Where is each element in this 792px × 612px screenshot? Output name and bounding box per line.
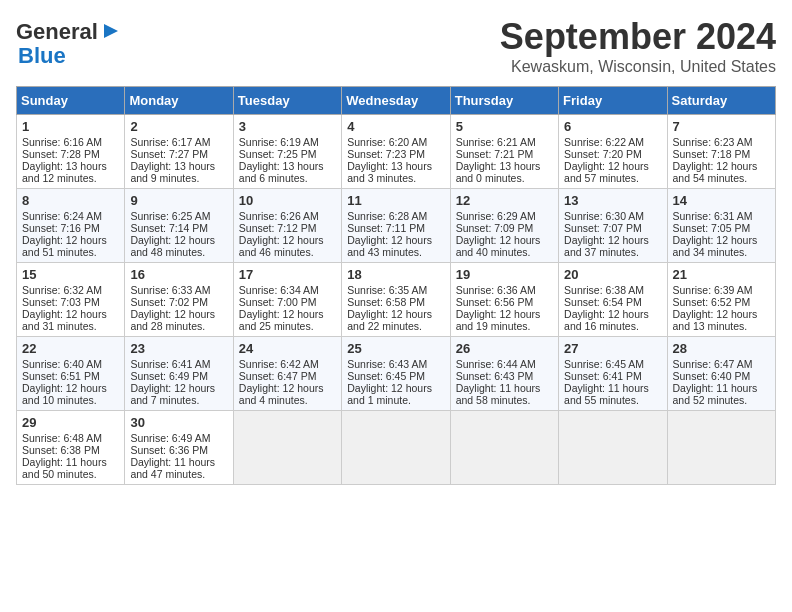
calendar-cell: 11 Sunrise: 6:28 AM Sunset: 7:11 PM Dayl… <box>342 189 450 263</box>
sunset-label: Sunset: 7:18 PM <box>673 148 751 160</box>
calendar-cell: 30 Sunrise: 6:49 AM Sunset: 6:36 PM Dayl… <box>125 411 233 485</box>
calendar-cell: 6 Sunrise: 6:22 AM Sunset: 7:20 PM Dayli… <box>559 115 667 189</box>
sunset-label: Sunset: 7:11 PM <box>347 222 425 234</box>
sunset-label: Sunset: 7:27 PM <box>130 148 208 160</box>
daylight-label: Daylight: 12 hours and 34 minutes. <box>673 234 758 258</box>
calendar-week-row: 22 Sunrise: 6:40 AM Sunset: 6:51 PM Dayl… <box>17 337 776 411</box>
sunrise-label: Sunrise: 6:48 AM <box>22 432 102 444</box>
calendar-week-row: 15 Sunrise: 6:32 AM Sunset: 7:03 PM Dayl… <box>17 263 776 337</box>
day-number: 7 <box>673 119 770 134</box>
daylight-label: Daylight: 12 hours and 54 minutes. <box>673 160 758 184</box>
daylight-label: Daylight: 12 hours and 40 minutes. <box>456 234 541 258</box>
sunset-label: Sunset: 6:47 PM <box>239 370 317 382</box>
title-area: September 2024 Kewaskum, Wisconsin, Unit… <box>500 16 776 76</box>
calendar-cell: 9 Sunrise: 6:25 AM Sunset: 7:14 PM Dayli… <box>125 189 233 263</box>
calendar-week-row: 1 Sunrise: 6:16 AM Sunset: 7:28 PM Dayli… <box>17 115 776 189</box>
sunrise-label: Sunrise: 6:32 AM <box>22 284 102 296</box>
daylight-label: Daylight: 12 hours and 4 minutes. <box>239 382 324 406</box>
day-number: 14 <box>673 193 770 208</box>
calendar-cell <box>233 411 341 485</box>
sunrise-label: Sunrise: 6:35 AM <box>347 284 427 296</box>
calendar-cell: 23 Sunrise: 6:41 AM Sunset: 6:49 PM Dayl… <box>125 337 233 411</box>
sunrise-label: Sunrise: 6:24 AM <box>22 210 102 222</box>
logo-arrow-icon <box>100 20 122 42</box>
calendar-cell <box>450 411 558 485</box>
sunset-label: Sunset: 6:40 PM <box>673 370 751 382</box>
daylight-label: Daylight: 12 hours and 19 minutes. <box>456 308 541 332</box>
sunrise-label: Sunrise: 6:25 AM <box>130 210 210 222</box>
sunset-label: Sunset: 7:21 PM <box>456 148 534 160</box>
logo-text: General <box>16 20 98 44</box>
logo-blue-text: Blue <box>18 43 66 68</box>
sunrise-label: Sunrise: 6:29 AM <box>456 210 536 222</box>
logo: General Blue <box>16 20 122 68</box>
sunset-label: Sunset: 6:38 PM <box>22 444 100 456</box>
daylight-label: Daylight: 12 hours and 37 minutes. <box>564 234 649 258</box>
calendar-cell: 10 Sunrise: 6:26 AM Sunset: 7:12 PM Dayl… <box>233 189 341 263</box>
daylight-label: Daylight: 12 hours and 13 minutes. <box>673 308 758 332</box>
calendar-cell: 16 Sunrise: 6:33 AM Sunset: 7:02 PM Dayl… <box>125 263 233 337</box>
day-number: 13 <box>564 193 661 208</box>
sunrise-label: Sunrise: 6:42 AM <box>239 358 319 370</box>
sunrise-label: Sunrise: 6:17 AM <box>130 136 210 148</box>
daylight-label: Daylight: 12 hours and 10 minutes. <box>22 382 107 406</box>
daylight-label: Daylight: 11 hours and 50 minutes. <box>22 456 107 480</box>
weekday-header-saturday: Saturday <box>667 87 775 115</box>
sunset-label: Sunset: 6:45 PM <box>347 370 425 382</box>
sunset-label: Sunset: 7:02 PM <box>130 296 208 308</box>
calendar-cell: 22 Sunrise: 6:40 AM Sunset: 6:51 PM Dayl… <box>17 337 125 411</box>
sunrise-label: Sunrise: 6:33 AM <box>130 284 210 296</box>
weekday-header-thursday: Thursday <box>450 87 558 115</box>
weekday-header-monday: Monday <box>125 87 233 115</box>
day-number: 10 <box>239 193 336 208</box>
calendar-cell <box>667 411 775 485</box>
day-number: 15 <box>22 267 119 282</box>
weekday-header-wednesday: Wednesday <box>342 87 450 115</box>
calendar-cell: 4 Sunrise: 6:20 AM Sunset: 7:23 PM Dayli… <box>342 115 450 189</box>
sunset-label: Sunset: 7:23 PM <box>347 148 425 160</box>
day-number: 1 <box>22 119 119 134</box>
daylight-label: Daylight: 12 hours and 25 minutes. <box>239 308 324 332</box>
weekday-header-friday: Friday <box>559 87 667 115</box>
day-number: 17 <box>239 267 336 282</box>
calendar-cell: 29 Sunrise: 6:48 AM Sunset: 6:38 PM Dayl… <box>17 411 125 485</box>
day-number: 28 <box>673 341 770 356</box>
sunset-label: Sunset: 6:58 PM <box>347 296 425 308</box>
weekday-header-sunday: Sunday <box>17 87 125 115</box>
location-title: Kewaskum, Wisconsin, United States <box>500 58 776 76</box>
day-number: 24 <box>239 341 336 356</box>
calendar-cell: 24 Sunrise: 6:42 AM Sunset: 6:47 PM Dayl… <box>233 337 341 411</box>
page-header: General Blue September 2024 Kewaskum, Wi… <box>16 16 776 76</box>
sunset-label: Sunset: 7:20 PM <box>564 148 642 160</box>
calendar-cell: 13 Sunrise: 6:30 AM Sunset: 7:07 PM Dayl… <box>559 189 667 263</box>
daylight-label: Daylight: 12 hours and 48 minutes. <box>130 234 215 258</box>
daylight-label: Daylight: 11 hours and 47 minutes. <box>130 456 215 480</box>
sunset-label: Sunset: 6:54 PM <box>564 296 642 308</box>
calendar-cell: 28 Sunrise: 6:47 AM Sunset: 6:40 PM Dayl… <box>667 337 775 411</box>
daylight-label: Daylight: 12 hours and 43 minutes. <box>347 234 432 258</box>
calendar-cell: 14 Sunrise: 6:31 AM Sunset: 7:05 PM Dayl… <box>667 189 775 263</box>
sunset-label: Sunset: 6:43 PM <box>456 370 534 382</box>
day-number: 19 <box>456 267 553 282</box>
calendar-cell: 12 Sunrise: 6:29 AM Sunset: 7:09 PM Dayl… <box>450 189 558 263</box>
day-number: 18 <box>347 267 444 282</box>
sunset-label: Sunset: 6:52 PM <box>673 296 751 308</box>
sunrise-label: Sunrise: 6:26 AM <box>239 210 319 222</box>
sunrise-label: Sunrise: 6:38 AM <box>564 284 644 296</box>
daylight-label: Daylight: 13 hours and 3 minutes. <box>347 160 432 184</box>
day-number: 5 <box>456 119 553 134</box>
sunset-label: Sunset: 7:12 PM <box>239 222 317 234</box>
day-number: 23 <box>130 341 227 356</box>
day-number: 21 <box>673 267 770 282</box>
sunrise-label: Sunrise: 6:44 AM <box>456 358 536 370</box>
calendar-week-row: 29 Sunrise: 6:48 AM Sunset: 6:38 PM Dayl… <box>17 411 776 485</box>
sunrise-label: Sunrise: 6:39 AM <box>673 284 753 296</box>
sunset-label: Sunset: 7:09 PM <box>456 222 534 234</box>
day-number: 20 <box>564 267 661 282</box>
sunset-label: Sunset: 7:03 PM <box>22 296 100 308</box>
sunset-label: Sunset: 6:49 PM <box>130 370 208 382</box>
day-number: 11 <box>347 193 444 208</box>
calendar-cell <box>559 411 667 485</box>
day-number: 4 <box>347 119 444 134</box>
day-number: 30 <box>130 415 227 430</box>
